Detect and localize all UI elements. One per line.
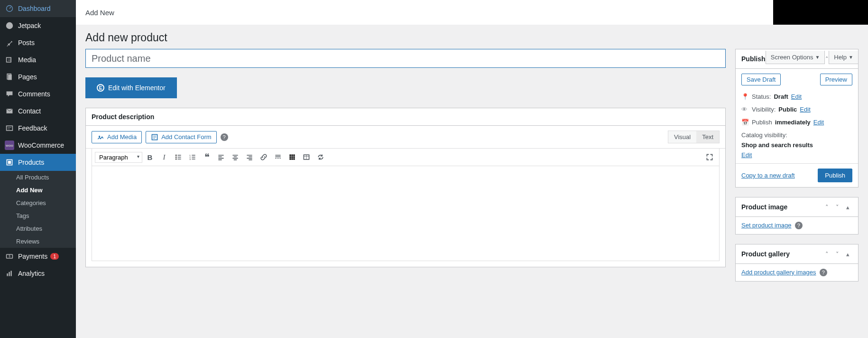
sidebar-item-feedback[interactable]: Feedback	[0, 120, 76, 137]
help-icon[interactable]: ?	[820, 269, 827, 276]
edit-visibility-link[interactable]: Edit	[800, 106, 810, 113]
publish-button[interactable]: Publish	[818, 169, 852, 182]
svg-rect-23	[291, 154, 293, 156]
submenu-tags[interactable]: Tags	[0, 209, 76, 222]
copy-to-draft-link[interactable]: Copy to a new draft	[741, 172, 795, 179]
svg-rect-30	[293, 158, 295, 160]
sidebar-item-comments[interactable]: Comments	[0, 85, 76, 103]
sidebar-item-dashboard[interactable]: Dashboard	[0, 0, 76, 17]
caret-down-icon: ▼	[815, 55, 820, 60]
move-up-icon[interactable]: ˄	[822, 249, 831, 259]
svg-rect-8	[8, 161, 11, 164]
save-draft-button[interactable]: Save Draft	[741, 74, 781, 85]
set-product-image-link[interactable]: Set product image	[741, 222, 792, 229]
sidebar-item-media[interactable]: Media	[0, 51, 76, 68]
sidebar-item-payments[interactable]: $ Payments 1	[0, 248, 76, 265]
elementor-label: Edit with Elementor	[108, 84, 166, 92]
sidebar-item-contact[interactable]: Contact	[0, 103, 76, 120]
sidebar-label: Media	[18, 56, 36, 64]
woocommerce-icon: woo	[5, 141, 14, 150]
sidebar-item-pages[interactable]: Pages	[0, 68, 76, 85]
sidebar-label: Products	[18, 159, 44, 166]
submenu-add-new[interactable]: Add New	[0, 184, 76, 197]
eye-icon: 👁	[741, 106, 749, 113]
align-center-button[interactable]	[229, 150, 242, 164]
sidebar-item-analytics[interactable]: Analytics	[0, 265, 76, 282]
submenu-categories[interactable]: Categories	[0, 197, 76, 209]
help-button[interactable]: Help▼	[829, 51, 859, 64]
caret-down-icon: ▼	[849, 55, 853, 60]
product-name-input[interactable]	[85, 49, 726, 68]
media-icon	[5, 55, 14, 65]
help-icon[interactable]: ?	[221, 133, 228, 141]
edit-status-link[interactable]: Edit	[791, 93, 802, 100]
refresh-button[interactable]	[314, 150, 327, 164]
sidebar-item-posts[interactable]: Posts	[0, 34, 76, 51]
bold-button[interactable]: B	[143, 150, 157, 164]
toggle-icon[interactable]: ▴	[843, 249, 852, 259]
align-right-button[interactable]	[243, 150, 256, 164]
svg-text:$: $	[9, 254, 10, 258]
products-icon	[5, 158, 14, 167]
payments-icon: $	[5, 252, 14, 261]
svg-point-14	[99, 135, 100, 137]
svg-rect-26	[291, 156, 293, 158]
product-gallery-title: Product gallery	[741, 250, 790, 258]
align-left-button[interactable]	[214, 150, 228, 164]
product-image-box: Product image ˄ ˅ ▴ Set product image ?	[735, 197, 859, 235]
add-media-button[interactable]: Add Media	[92, 131, 142, 143]
editor-toolbar: Paragraph B I 123 ❝	[92, 149, 720, 166]
blockquote-button[interactable]: ❝	[200, 150, 213, 164]
sidebar-label: Payments	[18, 253, 47, 260]
insert-more-button[interactable]	[271, 150, 285, 164]
link-button[interactable]	[257, 150, 270, 164]
analytics-icon	[5, 269, 14, 278]
topbar: Add New	[76, 0, 868, 25]
move-down-icon[interactable]: ˅	[832, 249, 842, 259]
editor-textarea[interactable]	[92, 166, 720, 261]
sidebar-item-jetpack[interactable]: Jetpack	[0, 17, 76, 34]
bullet-list-button[interactable]	[172, 150, 185, 164]
italic-button[interactable]: I	[157, 150, 171, 164]
edit-catalog-link[interactable]: Edit	[741, 151, 752, 159]
add-contact-form-button[interactable]: Add Contact Form	[146, 131, 217, 143]
edit-schedule-link[interactable]: Edit	[813, 119, 824, 126]
product-image-title: Product image	[741, 203, 787, 211]
submenu-reviews[interactable]: Reviews	[0, 235, 76, 248]
sidebar-label: Feedback	[18, 124, 47, 132]
table-button[interactable]	[300, 150, 313, 164]
pages-icon	[5, 72, 14, 82]
svg-point-18	[175, 159, 176, 160]
paragraph-select[interactable]: Paragraph	[95, 152, 142, 163]
screen-options-button[interactable]: Screen Options▼	[766, 51, 825, 64]
preview-button[interactable]: Preview	[820, 74, 852, 85]
toggle-icon[interactable]: ▴	[843, 202, 852, 212]
editor-tab-visual[interactable]: Visual	[668, 131, 696, 143]
svg-point-17	[175, 157, 176, 158]
dashboard-icon	[5, 4, 14, 13]
submenu-all-products[interactable]: All Products	[0, 171, 76, 184]
status-label: Status:	[752, 93, 771, 100]
svg-point-1	[6, 22, 13, 29]
add-media-label: Add Media	[107, 133, 137, 141]
move-down-icon[interactable]: ˅	[832, 202, 842, 212]
add-gallery-images-link[interactable]: Add product gallery images	[741, 269, 816, 276]
sidebar-item-woocommerce[interactable]: woo WooCommerce	[0, 137, 76, 154]
help-icon[interactable]: ?	[795, 222, 803, 229]
schedule-label: Publish	[752, 119, 772, 126]
edit-with-elementor-button[interactable]: E Edit with Elementor	[85, 77, 177, 98]
toolbar-toggle-button[interactable]	[286, 150, 299, 164]
comments-icon	[5, 89, 14, 99]
sidebar-item-products[interactable]: Products	[0, 154, 76, 171]
mail-icon	[5, 106, 14, 116]
key-icon: 📍	[741, 93, 749, 100]
editor-tab-text[interactable]: Text	[696, 131, 719, 143]
svg-rect-27	[293, 156, 295, 158]
move-up-icon[interactable]: ˄	[822, 202, 831, 212]
calendar-icon: 📅	[741, 119, 749, 126]
sidebar-label: Dashboard	[18, 5, 51, 12]
status-value: Draft	[774, 93, 788, 100]
numbered-list-button[interactable]: 123	[186, 150, 199, 164]
submenu-attributes[interactable]: Attributes	[0, 222, 76, 235]
fullscreen-button[interactable]	[703, 150, 716, 164]
